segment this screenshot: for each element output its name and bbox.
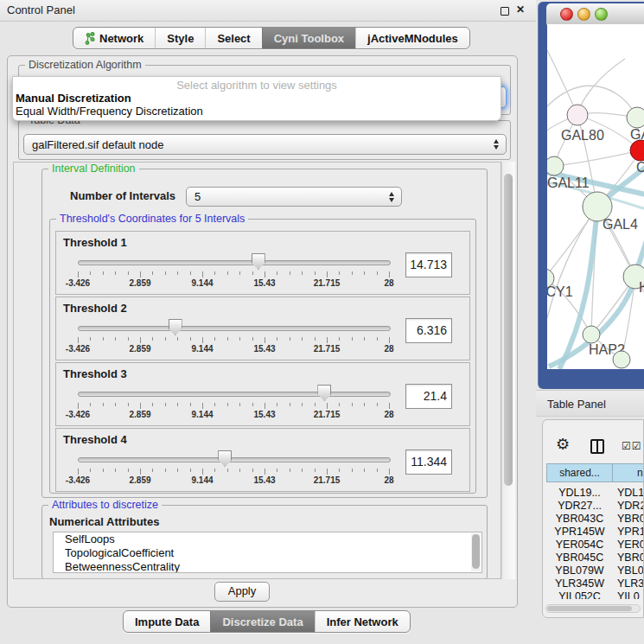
settings-gear-icon[interactable]: ⚙	[556, 435, 570, 454]
application-window: Control Panel ✕ NetworkStyleSelectCyni T…	[0, 0, 644, 644]
tick-mark	[115, 469, 116, 472]
tab-style[interactable]: Style	[155, 28, 205, 48]
threshold-panel-threshold-4: Threshold 4-3.4262.8599.14415.4321.71528…	[55, 428, 470, 492]
threshold-slider-handle[interactable]	[169, 319, 182, 335]
network-node-gal80[interactable]	[567, 105, 588, 125]
tab-cyni-toolbox[interactable]: Cyni Toolbox	[262, 28, 355, 48]
tick-label: -3.426	[66, 410, 90, 419]
tick-mark	[352, 271, 353, 275]
settings-scroll-viewport: Interval Definition Number of Intervals …	[13, 162, 501, 579]
network-canvas[interactable]: GAL80GACGAL11GAL4GCY1HHAP2	[547, 24, 644, 369]
tick-label: 21.715	[314, 278, 341, 288]
tick-mark	[389, 403, 390, 409]
list-item-betweennesscentrality[interactable]: BetweennessCentrality	[54, 560, 481, 573]
table-row[interactable]: YIL052CYIL0	[543, 590, 644, 599]
threshold-panel-threshold-2: Threshold 2-3.4262.8599.14415.4321.71528…	[55, 296, 470, 360]
threshold-value-field[interactable]: 11.344	[405, 450, 452, 475]
tab-jactivemnodules[interactable]: jActiveMNodules	[355, 28, 469, 48]
threshold-value-field[interactable]: 21.4	[405, 384, 452, 409]
tick-mark	[190, 469, 191, 472]
network-node[interactable]	[613, 351, 630, 368]
popup-option-manual-discretization[interactable]: Manual Discretization	[16, 92, 131, 105]
table-horizontal-scrollbar[interactable]	[545, 604, 641, 613]
tick-mark	[165, 271, 166, 275]
column-header-name[interactable]: na	[612, 463, 644, 482]
tick-mark	[78, 271, 79, 277]
popup-option-equal-width-frequency[interactable]: Equal Width/Frequency Discretization	[16, 105, 203, 118]
tick-mark	[152, 469, 153, 472]
tick-mark	[115, 337, 116, 341]
cell-name: YER0	[617, 539, 644, 551]
tick-mark	[352, 337, 353, 341]
table-row[interactable]: YPR145WYPR1	[543, 526, 644, 539]
tab-network[interactable]: Network	[73, 28, 155, 48]
table-row[interactable]: YBL079WYBL0	[543, 564, 644, 577]
table-row[interactable]: YER054CYER0	[543, 539, 644, 552]
list-scrollbar-thumb[interactable]	[472, 534, 480, 569]
bottom-tab-impute-data[interactable]: Impute Data	[124, 611, 210, 632]
attributes-to-discretize-group: Attributes to discretize Numerical Attri…	[41, 505, 488, 579]
threshold-panel-threshold-3: Threshold 3-3.4262.8599.14415.4321.71528…	[55, 362, 470, 426]
tick-mark	[265, 469, 265, 475]
panel-scrollbar-thumb[interactable]	[504, 174, 513, 486]
table-row[interactable]: YDL19...YDL1	[543, 487, 644, 500]
minimize-traffic-light-icon[interactable]	[577, 8, 590, 21]
tick-mark	[339, 403, 340, 406]
table-data-value: galFiltered.sif default node	[32, 138, 163, 151]
threshold-slider-handle[interactable]	[252, 253, 265, 270]
group-title: Threshold's Coordinates for 5 Intervals	[56, 213, 248, 225]
list-item-selfloops[interactable]: SelfLoops	[54, 532, 481, 546]
zoom-traffic-light-icon[interactable]	[595, 8, 608, 21]
column-header-shared-name[interactable]: shared...	[546, 463, 613, 482]
float-window-icon[interactable]	[501, 7, 509, 16]
tick-mark	[128, 271, 129, 275]
table-row[interactable]: YLR345WYLR3	[543, 577, 644, 590]
tick-label: 21.715	[314, 475, 341, 485]
tick-mark	[302, 403, 303, 406]
close-traffic-light-icon[interactable]	[560, 8, 573, 21]
table-row[interactable]: YDR27...YDR2	[543, 500, 644, 513]
control-panel-tab-bar: NetworkStyleSelectCyni ToolboxjActiveMNo…	[73, 27, 470, 49]
control-panel-title: Control Panel	[7, 3, 75, 16]
cell-shared-name: YBL079W	[547, 564, 612, 577]
tick-mark	[389, 271, 390, 277]
tick-mark	[302, 469, 303, 472]
threshold-slider-handle[interactable]	[218, 450, 232, 467]
network-node-hap2[interactable]	[583, 326, 600, 343]
tick-mark	[239, 469, 240, 472]
tab-label: Style	[167, 32, 194, 45]
tab-select[interactable]: Select	[205, 28, 261, 48]
tick-mark	[103, 403, 104, 406]
bottom-tab-discretize-data[interactable]: Discretize Data	[210, 611, 314, 632]
slider-track	[78, 326, 391, 331]
table-data-group: Table Data galFiltered.sif default node	[18, 120, 511, 160]
tick-mark	[290, 469, 290, 472]
list-item-topologicalcoefficient[interactable]: TopologicalCoefficient	[54, 546, 481, 560]
threshold-slider-handle[interactable]	[317, 385, 331, 401]
tick-mark	[339, 469, 340, 472]
checkbox-icons[interactable]: ☑☑	[622, 440, 642, 452]
threshold-value-field[interactable]: 6.316	[405, 318, 452, 343]
tick-mark	[115, 403, 116, 406]
network-node-gal11[interactable]	[547, 156, 564, 175]
numerical-attributes-list[interactable]: SelfLoopsTopologicalCoefficientBetweenne…	[53, 532, 482, 573]
table-data-select[interactable]: galFiltered.sif default node	[23, 134, 507, 155]
number-of-intervals-select[interactable]: 5	[186, 187, 402, 207]
list-scrollbar[interactable]	[471, 533, 481, 571]
tick-mark	[389, 469, 390, 475]
panel-scrollbar[interactable]	[501, 162, 515, 579]
table-row[interactable]: YBR045CYBR0	[543, 552, 644, 564]
table-row[interactable]: YBR043CYBR0	[543, 513, 644, 526]
table-horizontal-scrollbar-thumb[interactable]	[547, 606, 632, 611]
tick-mark	[90, 469, 91, 472]
close-icon[interactable]: ✕	[516, 3, 525, 16]
threshold-value-field[interactable]: 14.713	[405, 252, 452, 277]
apply-button[interactable]: Apply	[214, 582, 270, 602]
bottom-tab-infer-network[interactable]: Infer Network	[315, 611, 410, 632]
group-title: Interval Definition	[48, 163, 139, 175]
node-label: GAL4	[603, 217, 638, 232]
tick-mark	[103, 271, 104, 275]
column-split-icon[interactable]	[590, 439, 604, 454]
network-node-ga[interactable]	[627, 107, 644, 128]
stepper-arrows-icon	[494, 139, 499, 150]
